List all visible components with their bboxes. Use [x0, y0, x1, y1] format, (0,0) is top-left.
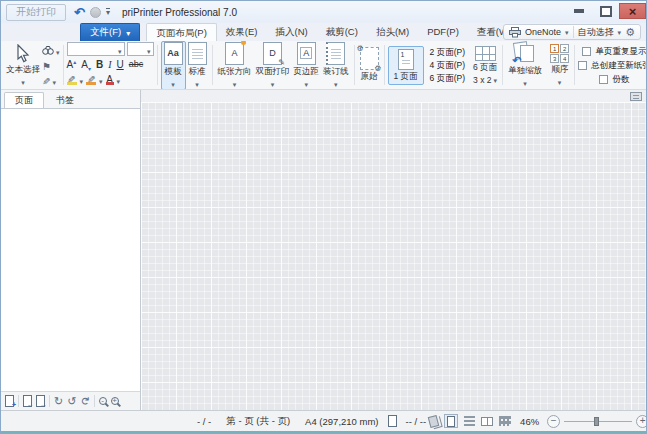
- sidebar-tab-pages[interactable]: 页面: [4, 92, 44, 108]
- one-page-icon: 1: [398, 49, 414, 70]
- page-count-options: 2 页面(P) 4 页面(P) 6 页面(P): [427, 46, 468, 85]
- zoom-out-button[interactable]: −: [547, 415, 560, 428]
- font-color-swatch: [106, 82, 114, 85]
- highlighter-button[interactable]: [67, 75, 77, 85]
- chevron-down-icon[interactable]: [80, 75, 84, 86]
- multi-page-view-icon[interactable]: [426, 414, 440, 428]
- chevron-down-icon: [233, 79, 237, 89]
- two-pages-option[interactable]: 2 页面(P): [427, 46, 468, 59]
- individual-scale-button[interactable]: ↶ 单独缩放: [506, 42, 544, 88]
- order-button[interactable]: 1 2 3 4 顺序: [548, 44, 571, 87]
- marker-button[interactable]: [42, 59, 60, 72]
- text-highlight-button[interactable]: [86, 75, 96, 85]
- grid-view-icon[interactable]: [498, 414, 512, 428]
- font-size-combobox[interactable]: [127, 42, 154, 56]
- shrink-font-button[interactable]: A: [81, 59, 91, 70]
- close-button[interactable]: [619, 3, 646, 19]
- title-bar: 开始打印 priPrinter Professional 7.0: [1, 1, 646, 23]
- restore-button[interactable]: [592, 3, 619, 19]
- underline-button[interactable]: U: [116, 59, 123, 70]
- pen-icon: [42, 71, 50, 89]
- tab-insert[interactable]: 插入(N): [267, 23, 317, 41]
- new-sheet-checkbox[interactable]: 总创建至新纸张: [578, 59, 646, 71]
- font-name-combobox[interactable]: [67, 42, 125, 56]
- facing-pages-view-icon[interactable]: [480, 414, 494, 428]
- grow-font-button[interactable]: A: [67, 59, 77, 70]
- checkbox-icon: [582, 47, 591, 56]
- file-menu-button[interactable]: 文件(F): [80, 23, 140, 41]
- duplex-icon: D ✎: [263, 42, 282, 65]
- pen-tool-button[interactable]: [42, 74, 60, 87]
- chevron-down-icon: [171, 79, 175, 89]
- zoom-in-button[interactable]: +: [636, 415, 647, 428]
- orientation-button[interactable]: A 纸张方向: [216, 42, 254, 89]
- customize-quick-access-icon[interactable]: [106, 8, 110, 16]
- margins-button[interactable]: A 页边距: [292, 42, 322, 89]
- scale-order-group: ↶ 单独缩放 1 2 3 4 顺序: [504, 43, 573, 87]
- duplex-button[interactable]: D ✎ 双面打印: [254, 42, 292, 89]
- copies-checkbox[interactable]: 份数: [599, 73, 629, 85]
- divider: [49, 395, 50, 407]
- original-button[interactable]: ⚙ ⚙ 原始: [358, 47, 381, 83]
- add-page-icon[interactable]: [5, 395, 14, 407]
- italic-button[interactable]: I: [108, 59, 111, 70]
- touch-keyboard-icon[interactable]: [630, 92, 642, 101]
- printer-icon: [509, 27, 521, 38]
- bold-button[interactable]: B: [96, 59, 103, 70]
- paper-mode[interactable]: 自动选择: [578, 26, 614, 39]
- thumbnail-rows-view-icon[interactable]: [462, 414, 476, 428]
- file-menu-label: 文件(F): [90, 26, 121, 39]
- tab-crop[interactable]: 裁剪(C): [317, 23, 367, 41]
- gutter-label: 装订线: [323, 66, 349, 78]
- repeat-page-checkbox[interactable]: 单页重复显示: [582, 45, 646, 57]
- standard-button[interactable]: 标准: [186, 42, 209, 89]
- sidebar-tab-bookmarks[interactable]: 书签: [45, 92, 85, 108]
- page-info: 第 - 页 (共 - 页): [226, 415, 290, 428]
- margins-icon: A: [297, 42, 316, 65]
- text-select-button[interactable]: 文本选择: [4, 44, 42, 87]
- zoom-in-thumbnails-icon[interactable]: [111, 397, 119, 405]
- four-pages-option[interactable]: 4 页面(P): [427, 59, 468, 72]
- start-print-button[interactable]: 开始打印: [6, 4, 66, 21]
- divider: [502, 45, 503, 85]
- chevron-down-icon: [52, 71, 56, 89]
- strikethrough-button[interactable]: abc: [129, 59, 144, 69]
- document-canvas[interactable]: [141, 102, 646, 410]
- zoom-slider-thumb[interactable]: [594, 417, 599, 426]
- chevron-down-icon[interactable]: [117, 75, 121, 86]
- tab-letterhead[interactable]: 抬头(M): [367, 23, 418, 41]
- gutter-button[interactable]: 装订线: [321, 42, 351, 89]
- tab-effects[interactable]: 效果(E): [217, 23, 267, 41]
- chevron-down-icon[interactable]: [618, 27, 622, 37]
- orientation-icon: A: [225, 42, 244, 65]
- chevron-down-icon: [271, 79, 275, 89]
- gear-icon[interactable]: [625, 26, 635, 39]
- rotate-left-icon[interactable]: ↺: [67, 395, 76, 407]
- one-page-button[interactable]: 1 1 页面: [388, 46, 424, 85]
- extract-page-icon[interactable]: [36, 395, 45, 407]
- rotate-right-icon[interactable]: ↻: [54, 395, 63, 407]
- tab-pdf[interactable]: PDF(P): [418, 23, 468, 41]
- tab-page-layout[interactable]: 页面布局(P): [146, 23, 217, 41]
- page-thumbnails-panel[interactable]: [1, 108, 140, 391]
- template-button[interactable]: Aa 模板: [161, 41, 186, 90]
- binoculars-icon: [42, 45, 54, 55]
- redo-icon[interactable]: [90, 7, 101, 18]
- six-pages-grid-button[interactable]: 6 页面 3 x 2: [471, 46, 499, 85]
- paper-size: A4 (297,210 mm): [305, 416, 378, 427]
- font-color-button[interactable]: A: [106, 75, 114, 85]
- chevron-down-icon[interactable]: [99, 75, 103, 86]
- find-button[interactable]: [42, 44, 60, 57]
- undo-icon[interactable]: [74, 3, 85, 21]
- rotate-180-icon[interactable]: ↻: [79, 396, 91, 405]
- highlighter-icon: [67, 75, 75, 84]
- insert-page-icon[interactable]: [23, 395, 32, 407]
- checkbox-icon: [599, 75, 608, 84]
- printer-name[interactable]: OneNote: [525, 27, 561, 37]
- chevron-down-icon[interactable]: [565, 27, 569, 37]
- single-page-view-icon[interactable]: [444, 414, 458, 428]
- six-pages-option[interactable]: 6 页面(P): [427, 72, 468, 85]
- zoom-out-thumbnails-icon[interactable]: [99, 397, 107, 405]
- zoom-slider[interactable]: [564, 415, 632, 428]
- minimize-button[interactable]: [565, 3, 592, 19]
